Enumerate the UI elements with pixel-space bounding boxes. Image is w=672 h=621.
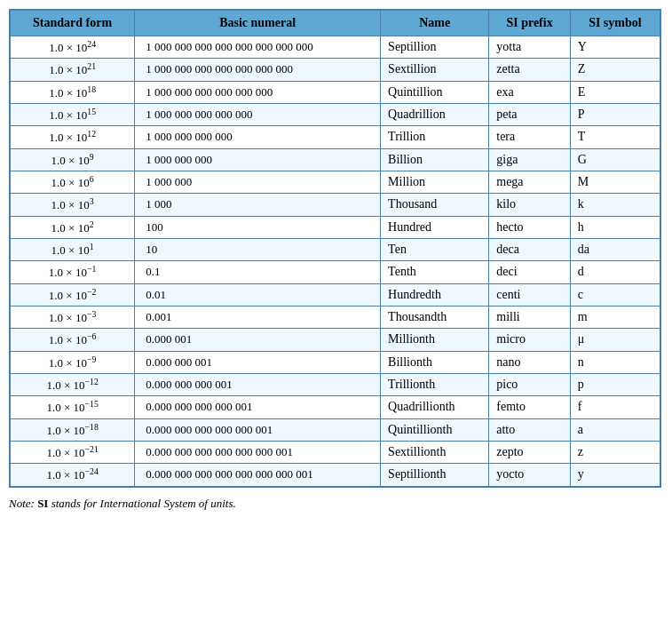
table-row: 1.0 × 10−180.000 000 000 000 000 001Quin… (11, 418, 660, 441)
cell-numeral: 1 000 000 000 000 000 (135, 103, 381, 125)
cell-name: Trillionth (381, 373, 489, 395)
cell-symbol: Z (570, 59, 660, 81)
table-row: 1.0 × 10151 000 000 000 000 000Quadrilli… (11, 103, 660, 125)
cell-numeral: 1 000 000 000 (135, 148, 381, 171)
cell-standard-form: 1.0 × 106 (11, 171, 135, 193)
cell-name: Ten (381, 238, 489, 260)
cell-numeral: 0.01 (135, 283, 381, 306)
cell-symbol: f (570, 396, 660, 418)
cell-name: Thousandth (381, 306, 489, 328)
table-row: 1.0 × 10−240.000 000 000 000 000 000 000… (11, 464, 660, 486)
cell-prefix: kilo (489, 194, 571, 216)
cell-name: Hundredth (381, 283, 489, 306)
cell-prefix: pico (489, 373, 571, 395)
cell-name: Sextillion (381, 59, 489, 81)
cell-standard-form: 1.0 × 1015 (11, 103, 135, 125)
cell-symbol: m (570, 306, 660, 328)
cell-name: Billionth (381, 351, 489, 373)
cell-numeral: 1 000 000 000 000 000 000 000 000 (135, 36, 381, 59)
cell-prefix: deca (489, 238, 571, 260)
cell-numeral: 0.000 000 001 (135, 351, 381, 373)
cell-prefix: centi (489, 283, 571, 306)
table-row: 1.0 × 10−10.1Tenthdecid (11, 261, 660, 283)
cell-standard-form: 1.0 × 109 (11, 148, 135, 171)
table-row: 1.0 × 10241 000 000 000 000 000 000 000 … (11, 36, 660, 59)
header-basic-numeral: Basic numeral (135, 11, 381, 36)
table-row: 1.0 × 10−120.000 000 000 001Trillionthpi… (11, 373, 660, 395)
cell-standard-form: 1.0 × 1018 (11, 81, 135, 103)
cell-prefix: exa (489, 81, 571, 103)
cell-numeral: 1 000 000 (135, 171, 381, 193)
cell-numeral: 0.000 000 000 000 000 001 (135, 418, 381, 441)
cell-standard-form: 1.0 × 10−2 (11, 283, 135, 306)
cell-symbol: G (570, 148, 660, 171)
header-name: Name (381, 11, 489, 36)
cell-prefix: tera (489, 126, 571, 148)
cell-symbol: z (570, 441, 660, 463)
cell-prefix: micro (489, 329, 571, 351)
cell-prefix: nano (489, 351, 571, 373)
cell-symbol: y (570, 464, 660, 486)
cell-prefix: hecto (489, 216, 571, 238)
table-row: 1.0 × 10121 000 000 000 000TrillionteraT (11, 126, 660, 148)
table-row: 1.0 × 10110Tendecada (11, 238, 660, 260)
cell-prefix: zepto (489, 441, 571, 463)
header-si-symbol: SI symbol (570, 11, 660, 36)
cell-standard-form: 1.0 × 103 (11, 194, 135, 216)
cell-standard-form: 1.0 × 10−3 (11, 306, 135, 328)
table-row: 1.0 × 102100Hundredhectoh (11, 216, 660, 238)
header-si-prefix: SI prefix (489, 11, 571, 36)
cell-symbol: Y (570, 36, 660, 59)
cell-numeral: 0.000 000 000 001 (135, 373, 381, 395)
cell-name: Quadrillion (381, 103, 489, 125)
cell-prefix: atto (489, 418, 571, 441)
table-row: 1.0 × 1091 000 000 000BilliongigaG (11, 148, 660, 171)
cell-numeral: 1 000 (135, 194, 381, 216)
cell-standard-form: 1.0 × 1021 (11, 59, 135, 81)
cell-prefix: giga (489, 148, 571, 171)
cell-name: Quintillion (381, 81, 489, 103)
cell-prefix: deci (489, 261, 571, 283)
cell-symbol: T (570, 126, 660, 148)
cell-prefix: zetta (489, 59, 571, 81)
table-row: 1.0 × 10−30.001Thousandthmillim (11, 306, 660, 328)
cell-symbol: P (570, 103, 660, 125)
table-row: 1.0 × 1031 000Thousandkilok (11, 194, 660, 216)
header-standard-form: Standard form (11, 11, 135, 36)
cell-name: Thousand (381, 194, 489, 216)
cell-name: Septillion (381, 36, 489, 59)
cell-numeral: 0.000 000 000 000 000 000 000 001 (135, 464, 381, 486)
cell-prefix: yotta (489, 36, 571, 59)
cell-name: Sextillionth (381, 441, 489, 463)
cell-symbol: k (570, 194, 660, 216)
cell-numeral: 0.001 (135, 306, 381, 328)
cell-standard-form: 1.0 × 10−21 (11, 441, 135, 463)
cell-standard-form: 1.0 × 101 (11, 238, 135, 260)
table-row: 1.0 × 10211 000 000 000 000 000 000 000S… (11, 59, 660, 81)
cell-prefix: femto (489, 396, 571, 418)
cell-numeral: 0.1 (135, 261, 381, 283)
cell-standard-form: 1.0 × 10−12 (11, 373, 135, 395)
si-table: Standard form Basic numeral Name SI pref… (9, 9, 661, 488)
table-row: 1.0 × 10−90.000 000 001Billionthnanon (11, 351, 660, 373)
cell-prefix: milli (489, 306, 571, 328)
table-row: 1.0 × 10−20.01Hundredthcentic (11, 283, 660, 306)
cell-symbol: p (570, 373, 660, 395)
cell-standard-form: 1.0 × 10−9 (11, 351, 135, 373)
cell-name: Million (381, 171, 489, 193)
cell-symbol: μ (570, 329, 660, 351)
cell-symbol: E (570, 81, 660, 103)
cell-prefix: mega (489, 171, 571, 193)
cell-numeral: 0.000 000 000 000 000 000 001 (135, 441, 381, 463)
cell-symbol: M (570, 171, 660, 193)
table-row: 1.0 × 10−210.000 000 000 000 000 000 001… (11, 441, 660, 463)
cell-standard-form: 1.0 × 102 (11, 216, 135, 238)
cell-prefix: peta (489, 103, 571, 125)
cell-standard-form: 1.0 × 10−15 (11, 396, 135, 418)
cell-symbol: h (570, 216, 660, 238)
cell-standard-form: 1.0 × 10−18 (11, 418, 135, 441)
cell-standard-form: 1.0 × 1024 (11, 36, 135, 59)
cell-symbol: a (570, 418, 660, 441)
cell-numeral: 10 (135, 238, 381, 260)
table-note: Note: SI stands for International System… (9, 497, 663, 511)
